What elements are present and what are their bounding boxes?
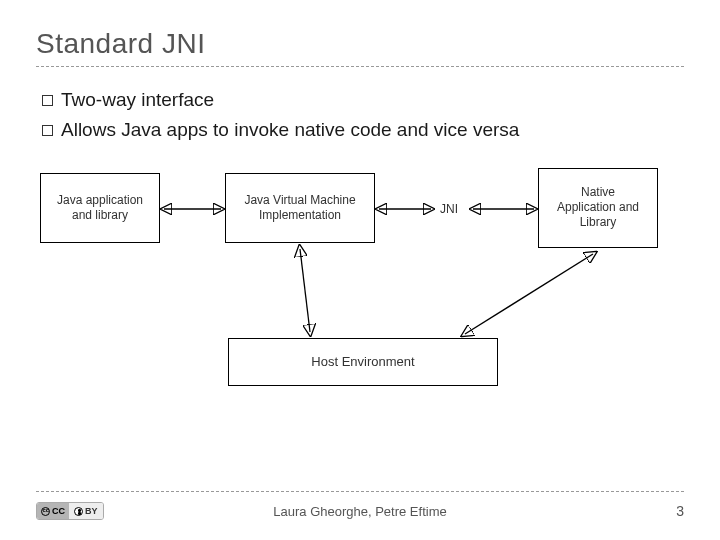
cc-text: CC: [52, 506, 65, 516]
box-host-environment: Host Environment: [228, 338, 498, 386]
cc-by-badge: CC BY: [36, 502, 104, 520]
cc-left: CC: [37, 503, 69, 519]
box-jvm: Java Virtual Machine Implementation: [225, 173, 375, 243]
title-divider: [36, 66, 684, 67]
bullet-item: Two-way interface: [42, 85, 684, 115]
svg-line-3: [300, 249, 310, 332]
bullet-item: Allows Java apps to invoke native code a…: [42, 115, 684, 145]
box-label: Native Application and Library: [557, 185, 639, 230]
slide: Standard JNI Two-way interface Allows Ja…: [0, 0, 720, 540]
cc-right: BY: [69, 503, 103, 519]
footer-divider: [36, 491, 684, 492]
cc-circle-icon: [41, 507, 50, 516]
bullet-text: Allows Java apps to invoke native code a…: [61, 119, 519, 140]
jni-diagram: Java application and library Java Virtua…: [40, 158, 680, 403]
by-text: BY: [85, 506, 98, 516]
arrow-jvm-host: [270, 243, 330, 338]
page-number: 3: [676, 503, 684, 519]
svg-line-4: [465, 254, 593, 334]
box-native-app: Native Application and Library: [538, 168, 658, 248]
bullet-square-icon: [42, 125, 53, 136]
footer-authors: Laura Gheorghe, Petre Eftime: [273, 504, 446, 519]
bullet-list: Two-way interface Allows Java apps to in…: [42, 85, 684, 146]
box-label: Java application and library: [57, 193, 143, 223]
footer-row: CC BY Laura Gheorghe, Petre Eftime 3: [36, 502, 684, 520]
slide-title: Standard JNI: [36, 28, 684, 60]
by-person-icon: [74, 507, 83, 516]
arrow-jvm-native: [375, 198, 538, 220]
arrow-javaapp-jvm: [160, 198, 225, 220]
box-label: Host Environment: [311, 354, 414, 370]
bullet-text: Two-way interface: [61, 89, 214, 110]
slide-footer: CC BY Laura Gheorghe, Petre Eftime 3: [36, 491, 684, 520]
box-java-application: Java application and library: [40, 173, 160, 243]
box-label: Java Virtual Machine Implementation: [244, 193, 355, 223]
arrow-native-host: [435, 248, 615, 343]
bullet-square-icon: [42, 95, 53, 106]
